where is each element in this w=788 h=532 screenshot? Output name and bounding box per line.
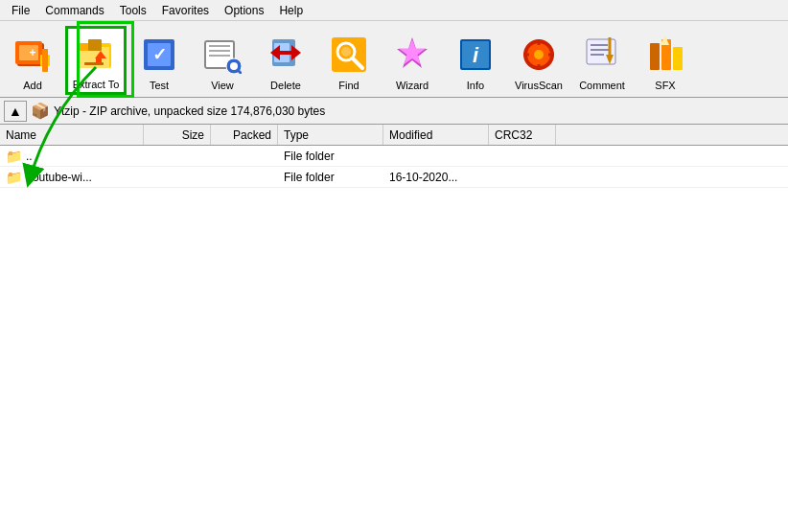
menu-tools[interactable]: Tools [112,2,154,19]
svg-text:✓: ✓ [152,45,167,64]
add-button[interactable]: + Add [2,26,63,95]
file-list: Name Size Packed Type Modified CRC32 📁 .… [0,125,788,532]
file-type: File folder [278,167,383,187]
menu-bar: File Commands Tools Favorites Options He… [0,0,788,21]
svg-point-31 [341,47,351,57]
file-crc [489,167,556,187]
virusscan-icon [516,32,562,78]
find-button[interactable]: Find [318,26,380,95]
toolbar: + Add Extract To ✓ [0,21,788,98]
svg-text:i: i [473,43,479,67]
svg-rect-17 [209,45,230,47]
extract-to-label: Extract To [73,79,120,90]
file-size [144,146,211,166]
delete-label: Delete [270,80,301,91]
delete-icon [263,32,309,78]
col-header-size[interactable]: Size [144,125,211,145]
svg-rect-50 [650,43,660,70]
test-button[interactable]: ✓ Test [128,26,190,95]
menu-favorites[interactable]: Favorites [154,2,217,19]
svg-text:+: + [29,46,35,59]
svg-rect-47 [591,54,604,56]
find-label: Find [338,80,359,91]
find-icon [326,32,372,78]
extract-to-icon [73,33,119,77]
file-packed [211,167,278,187]
menu-options[interactable]: Options [217,2,271,19]
col-header-type[interactable]: Type [278,125,383,145]
info-label: Info [467,80,484,91]
file-size [144,167,211,187]
wizard-label: Wizard [396,80,429,91]
comment-label: Comment [579,80,625,91]
column-headers: Name Size Packed Type Modified CRC32 [0,125,788,146]
svg-rect-19 [209,55,230,57]
svg-rect-4 [42,49,48,72]
file-name: 📁 .. [0,146,144,166]
info-icon: i [452,32,498,78]
test-icon: ✓ [136,32,182,78]
virusscan-label: VirusScan [515,80,563,91]
col-header-modified[interactable]: Modified [383,125,489,145]
file-packed [211,146,278,166]
svg-point-39 [534,50,544,59]
svg-line-22 [238,70,242,74]
file-type: File folder [278,146,383,166]
table-row[interactable]: 📁 .. File folder [0,146,788,167]
comment-button[interactable]: Comment [571,26,633,95]
file-name: 📁 Youtube-wi... [0,167,144,187]
navigate-up-button[interactable]: ▲ [4,101,27,122]
table-row[interactable]: 📁 Youtube-wi... File folder 16-10-2020..… [0,167,788,188]
menu-help[interactable]: Help [271,2,311,19]
view-label: View [211,80,234,91]
col-header-packed[interactable]: Packed [211,125,278,145]
view-icon [199,32,245,78]
add-icon: + [10,32,56,78]
file-modified [383,146,489,166]
col-header-name[interactable]: Name [0,125,144,145]
address-path: Ytzip - ZIP archive, unpacked size 174,8… [54,104,784,118]
svg-rect-18 [209,50,230,52]
extract-to-button[interactable]: Extract To [65,26,127,95]
svg-rect-52 [673,47,683,70]
file-crc [489,146,556,166]
folder-icon: 📁 [6,149,22,164]
file-modified: 16-10-2020... [383,167,489,187]
main-area: ▲ 📦 Ytzip - ZIP archive, unpacked size 1… [0,98,788,532]
wizard-button[interactable]: Wizard [382,26,443,95]
svg-rect-45 [591,44,608,46]
address-bar: ▲ 📦 Ytzip - ZIP archive, unpacked size 1… [0,98,788,125]
menu-file[interactable]: File [4,2,37,19]
virusscan-button[interactable]: VirusScan [508,26,569,95]
delete-button[interactable]: Delete [255,26,316,95]
svg-rect-9 [88,39,102,51]
sfx-icon [642,32,688,78]
comment-icon [579,32,625,78]
archive-icon: 📦 [31,102,50,120]
folder-icon: 📁 [6,170,22,185]
test-label: Test [150,80,169,91]
wizard-icon [389,32,435,78]
sfx-label: SFX [655,80,675,91]
add-label: Add [23,80,42,91]
menu-commands[interactable]: Commands [37,2,111,19]
svg-point-21 [230,62,238,70]
svg-rect-12 [84,62,104,65]
svg-rect-46 [591,49,610,51]
info-button[interactable]: i Info [445,26,506,95]
col-header-crc[interactable]: CRC32 [489,125,556,145]
svg-marker-26 [291,45,301,60]
sfx-button[interactable]: SFX [635,26,696,95]
view-button[interactable]: View [192,26,253,95]
svg-rect-27 [280,51,291,55]
